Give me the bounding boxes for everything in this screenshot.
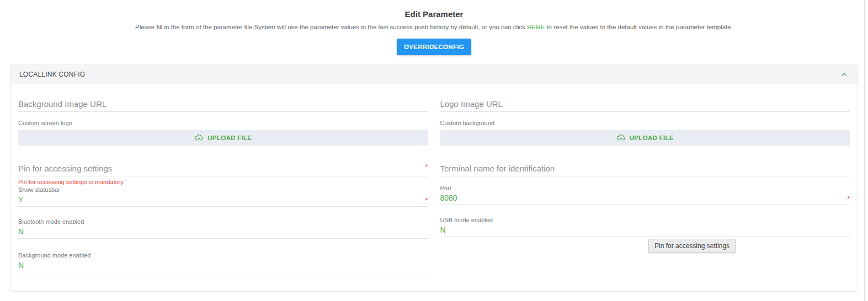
page-header: Edit Parameter Please fill in the form o… <box>0 0 868 55</box>
field-underline <box>18 111 428 112</box>
locallink-config-panel: LOCALLINK CONFIG Background Image URL Cu… <box>10 64 858 292</box>
required-asterisk: * <box>847 195 850 202</box>
instructions-text-before: Please fill in the form of the parameter… <box>135 24 527 30</box>
port-label: Port <box>440 185 850 192</box>
bluetooth-mode-value: N <box>18 227 24 236</box>
terminal-name-label: Terminal name for identification <box>440 163 850 174</box>
usb-mode-field[interactable]: USB mode enabled N <box>440 217 850 237</box>
background-image-url-field[interactable]: Background Image URL <box>18 99 428 112</box>
show-statusbar-field[interactable]: Show statusbar Y * <box>18 186 428 207</box>
field-underline <box>18 238 428 239</box>
overrideconfig-button[interactable]: OVERRIDECONFIG <box>397 39 471 55</box>
required-asterisk: * <box>425 197 428 204</box>
port-field[interactable]: Port 8080 * <box>440 185 850 205</box>
required-asterisk: * <box>425 163 428 170</box>
field-underline <box>440 176 850 176</box>
field-underline <box>18 206 428 207</box>
custom-background-label: Custom background <box>440 120 850 127</box>
page-right-divider <box>864 0 865 301</box>
bluetooth-mode-field[interactable]: Bluetooth mode enabled N <box>18 218 428 239</box>
custom-screen-logo-label: Custom screen logo <box>18 120 428 127</box>
instructions-text-after: to reset the values to the default value… <box>545 24 733 30</box>
instructions: Please fill in the form of the parameter… <box>0 24 868 30</box>
right-column: Logo Image URL Custom background UPLOAD … <box>440 84 850 272</box>
upload-file-button[interactable]: UPLOAD FILE <box>440 130 850 146</box>
field-underline <box>440 111 850 112</box>
background-image-url-label: Background Image URL <box>18 99 428 109</box>
pin-tooltip: Pin for accessing settings <box>648 239 736 253</box>
left-column: Background Image URL Custom screen logo … <box>18 84 428 272</box>
reset-here-link[interactable]: HERE <box>527 24 545 30</box>
usb-mode-value: N <box>440 225 446 234</box>
field-underline <box>440 205 850 205</box>
upload-file-label: UPLOAD FILE <box>207 135 252 141</box>
panel-title: LOCALLINK CONFIG <box>19 71 85 78</box>
upload-file-label: UPLOAD FILE <box>630 135 674 141</box>
logo-image-url-field[interactable]: Logo Image URL <box>440 99 850 112</box>
upload-file-button[interactable]: UPLOAD FILE <box>18 130 428 146</box>
custom-background-field: Custom background UPLOAD FILE <box>440 120 850 146</box>
pin-label: Pin for accessing settings <box>18 163 112 174</box>
background-mode-value: N <box>18 261 24 270</box>
cloud-upload-icon <box>194 133 204 143</box>
logo-image-url-label: Logo Image URL <box>440 99 850 109</box>
chevron-up-icon[interactable] <box>840 70 849 79</box>
cloud-upload-icon <box>616 133 626 143</box>
terminal-name-field[interactable]: Terminal name for identification <box>440 163 850 176</box>
panel-body: Background Image URL Custom screen logo … <box>10 84 858 291</box>
custom-screen-logo-field: Custom screen logo UPLOAD FILE <box>18 120 428 146</box>
pin-field[interactable]: Pin for accessing settings * Pin for acc… <box>18 163 428 186</box>
bluetooth-mode-label: Bluetooth mode enabled <box>18 218 428 225</box>
page-title: Edit Parameter <box>0 9 868 19</box>
background-mode-label: Background mode enabled <box>18 252 428 259</box>
port-value: 8080 <box>440 194 457 202</box>
field-underline <box>440 237 850 237</box>
panel-header[interactable]: LOCALLINK CONFIG <box>10 65 858 84</box>
usb-mode-label: USB mode enabled <box>440 217 850 224</box>
field-underline <box>18 176 428 176</box>
show-statusbar-value: Y <box>18 195 23 204</box>
pin-error-message: Pin for accessing settings is mandatory <box>18 179 428 186</box>
field-underline <box>18 272 428 272</box>
show-statusbar-label: Show statusbar <box>18 186 428 194</box>
background-mode-field[interactable]: Background mode enabled N <box>18 252 428 272</box>
